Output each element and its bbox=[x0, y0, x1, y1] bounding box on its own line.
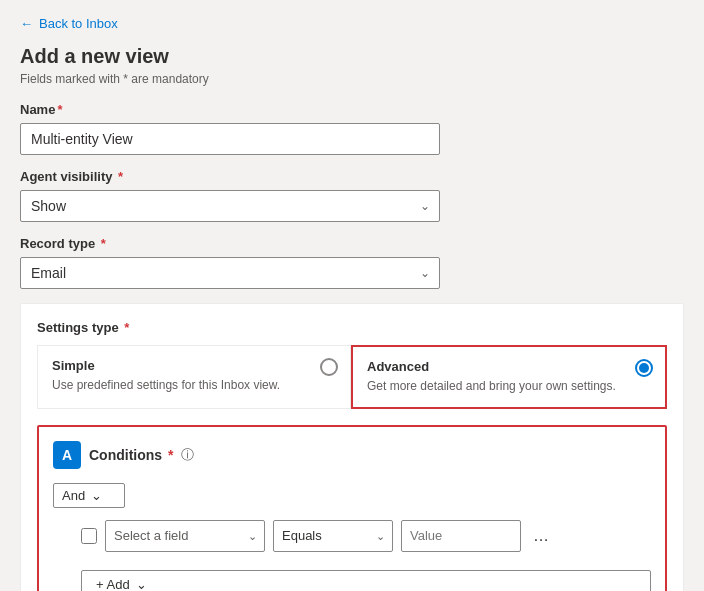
advanced-description: Get more detailed and bring your own set… bbox=[367, 378, 651, 395]
advanced-radio-card[interactable]: Advanced Get more detailed and bring you… bbox=[351, 345, 667, 409]
simple-title: Simple bbox=[52, 358, 336, 373]
page-container: ← Back to Inbox Add a new view Fields ma… bbox=[0, 0, 704, 591]
add-button[interactable]: + Add ⌄ bbox=[81, 570, 651, 591]
agent-visibility-label: Agent visibility * bbox=[20, 169, 684, 184]
settings-type-label: Settings type * bbox=[37, 320, 667, 335]
name-input[interactable] bbox=[20, 123, 440, 155]
advanced-radio-icon bbox=[635, 359, 653, 377]
page-title: Add a new view bbox=[20, 45, 684, 68]
advanced-title: Advanced bbox=[367, 359, 651, 374]
conditions-icon: A bbox=[53, 441, 81, 469]
and-chevron-icon: ⌄ bbox=[91, 488, 102, 503]
mandatory-note: Fields marked with * are mandatory bbox=[20, 72, 684, 86]
record-type-wrapper: EmailChatVoice ⌄ bbox=[20, 257, 440, 289]
conditions-header: A Conditions * ⓘ bbox=[53, 441, 651, 469]
simple-description: Use predefined settings for this Inbox v… bbox=[52, 377, 336, 394]
and-dropdown[interactable]: And ⌄ bbox=[53, 483, 125, 508]
field-select-wrapper: Select a field ⌄ bbox=[105, 520, 265, 552]
field-select[interactable]: Select a field bbox=[105, 520, 265, 552]
add-button-label: + Add bbox=[96, 577, 130, 591]
back-arrow-icon: ← bbox=[20, 16, 33, 31]
simple-radio-icon bbox=[320, 358, 338, 376]
settings-box: Settings type * Simple Use predefined se… bbox=[20, 303, 684, 591]
record-type-label: Record type * bbox=[20, 236, 684, 251]
and-label: And bbox=[62, 488, 85, 503]
more-options-icon[interactable]: … bbox=[529, 523, 553, 549]
add-chevron-icon: ⌄ bbox=[136, 577, 147, 591]
back-link[interactable]: ← Back to Inbox bbox=[20, 16, 684, 31]
record-type-select[interactable]: EmailChatVoice bbox=[20, 257, 440, 289]
simple-radio-card[interactable]: Simple Use predefined settings for this … bbox=[37, 345, 351, 409]
condition-checkbox[interactable] bbox=[81, 528, 97, 544]
settings-type-options: Simple Use predefined settings for this … bbox=[37, 345, 667, 409]
back-link-label: Back to Inbox bbox=[39, 16, 118, 31]
info-icon[interactable]: ⓘ bbox=[181, 446, 194, 464]
value-input[interactable] bbox=[401, 520, 521, 552]
conditions-section: A Conditions * ⓘ And ⌄ Select a field ⌄ bbox=[37, 425, 667, 591]
agent-visibility-select[interactable]: ShowHide bbox=[20, 190, 440, 222]
name-label: Name* bbox=[20, 102, 684, 117]
condition-row: Select a field ⌄ Equals ⌄ … bbox=[81, 520, 651, 552]
agent-visibility-wrapper: ShowHide ⌄ bbox=[20, 190, 440, 222]
and-group: And ⌄ Select a field ⌄ Equals ⌄ … bbox=[53, 483, 651, 591]
conditions-title: Conditions * bbox=[89, 447, 173, 463]
equals-select[interactable]: Equals bbox=[273, 520, 393, 552]
equals-select-wrapper: Equals ⌄ bbox=[273, 520, 393, 552]
